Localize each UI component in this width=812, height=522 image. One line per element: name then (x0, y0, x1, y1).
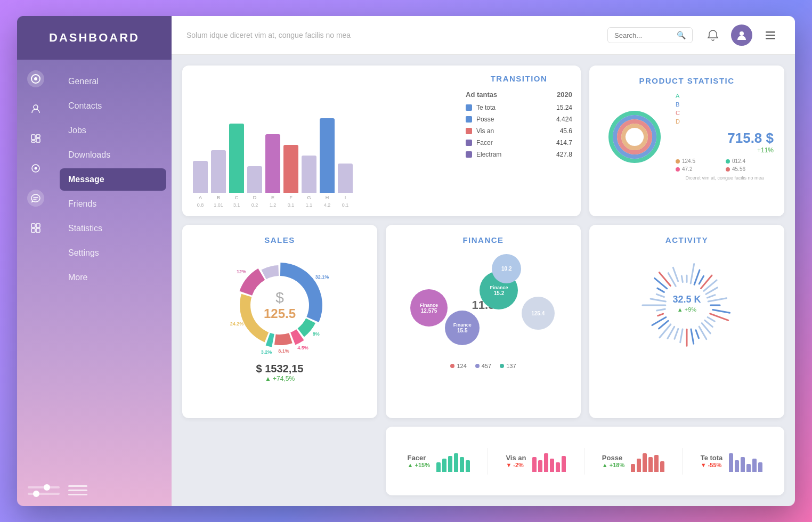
mini-stat-change-2: ▲ +18% (602, 462, 624, 468)
transition-title: TRANSITION (466, 74, 572, 83)
finance-legend-item-2: 137 (500, 363, 516, 369)
mini-stat-0: Facer▲ +15% (408, 451, 470, 472)
sidebar-icon-friends[interactable] (27, 219, 44, 236)
sidebar-icon-message[interactable] (27, 190, 44, 207)
mini-bar-0-4 (460, 457, 464, 472)
activity-change: ▲ +9% (677, 306, 696, 313)
bar-chart: ABCDEFGHI (191, 115, 455, 200)
activity-spoke-10 (713, 310, 730, 313)
notification-icon[interactable] (703, 26, 722, 45)
mini-bar-1-2 (544, 453, 548, 472)
top-bar-icons (703, 25, 780, 46)
activity-title: ACTIVITY (600, 235, 774, 244)
sales-change: ▲ +74,5% (193, 375, 367, 382)
menu-icon[interactable] (761, 26, 780, 45)
search-box[interactable]: 🔍 (607, 27, 693, 43)
nav-item-contacts[interactable]: Contacts (60, 95, 166, 117)
bar-g (302, 156, 316, 193)
nav-item-more[interactable]: More (60, 266, 166, 289)
svg-rect-3 (31, 135, 35, 140)
mini-stat-change-0: ▲ +15% (408, 462, 430, 468)
sales-total: $ 1532,15 ▲ +74,5% (193, 363, 367, 382)
nav-item-friends[interactable]: Friends (60, 193, 166, 215)
transition-legend-items: Te tota 15.24 Posse 4.424 Vis an 45.6 Fa… (466, 104, 572, 158)
bar-x-label-h: 4.2 (320, 202, 335, 208)
activity-spoke-12 (708, 317, 714, 322)
finance-card: FINANCE 11.5Finance12.575Finance15.2Fina… (386, 225, 581, 418)
nav-item-jobs[interactable]: Jobs (60, 119, 166, 142)
mini-stat-1: Vis an▼ -2% (506, 451, 566, 472)
bar-x-label-g: 1.1 (302, 202, 316, 208)
mini-stat-label-2: Posse (602, 454, 624, 462)
nav-item-settings[interactable]: Settings (60, 242, 166, 264)
sidebar-icon-general[interactable] (27, 70, 44, 87)
svg-point-2 (34, 105, 38, 109)
product-inner: A B C D 715.8 $ +11% 124.5012.447.245.56… (600, 93, 774, 181)
sidebar-content: General Contacts Jobs Downloads Message … (17, 60, 172, 475)
search-input[interactable] (614, 31, 672, 39)
mini-bar-2-3 (648, 457, 653, 472)
sales-title: SALES (193, 235, 367, 244)
bar-x-label-i: 0.1 (338, 202, 353, 208)
nav-item-message[interactable]: Message (60, 168, 166, 191)
product-statistic-card: PRODUCT STATISTIC A B C (589, 66, 784, 216)
activity-spoke-19 (680, 329, 683, 342)
svg-rect-15 (766, 35, 775, 36)
legend-col-1: Ad tantas (466, 91, 497, 99)
slider-thumb-1[interactable] (44, 484, 50, 491)
sidebar-icon-downloads[interactable] (27, 160, 44, 177)
legend-item-0: Te tota 15.24 (466, 104, 572, 111)
dollar-icon: $ (275, 289, 284, 306)
mini-stat-3: Te tota▼ -55% (701, 451, 763, 472)
donut-label-1: 8% (313, 331, 320, 337)
prod-label-b: B (676, 101, 774, 108)
slider-track-1[interactable] (28, 486, 60, 488)
mini-bar-2-2 (643, 453, 647, 472)
bar-c (229, 124, 244, 193)
bar-chart-area: ABCDEFGHI 0.81.013.10.21.20.11.14.20.1 (191, 74, 455, 208)
mini-bar-3-2 (741, 457, 745, 472)
prod-label-c: C (676, 110, 774, 116)
svg-rect-11 (31, 229, 35, 232)
sidebar-icon-contacts[interactable] (27, 100, 44, 117)
svg-rect-14 (766, 31, 775, 33)
slider-thumb-2[interactable] (33, 491, 39, 497)
sidebar-header: DASHBOARD (17, 16, 172, 60)
prod-grid-item-0: 124.5 (676, 158, 724, 164)
activity-spoke-23 (659, 321, 669, 329)
svg-rect-5 (36, 138, 40, 142)
prod-label-d: D (676, 118, 774, 125)
mini-stat-change-1: ▼ -2% (506, 462, 526, 468)
activity-spoke-16 (696, 330, 699, 338)
mini-divider-1 (488, 448, 488, 475)
activity-spoke-2 (694, 270, 700, 284)
bar-f (283, 145, 298, 193)
bar-b (211, 150, 226, 193)
bar-x-label-e: 1.2 (265, 202, 280, 208)
slider-track-2[interactable] (28, 493, 60, 495)
nav-item-statistics[interactable]: Statistics (60, 217, 166, 240)
mini-stat-change-3: ▼ -55% (701, 462, 723, 468)
user-avatar[interactable] (731, 25, 752, 46)
nav-item-downloads[interactable]: Downloads (60, 144, 166, 166)
activity-card: ACTIVITY 32.5 K▲ +9% (589, 225, 784, 418)
svg-rect-10 (36, 224, 40, 227)
sidebar-icon-jobs[interactable] (27, 130, 44, 147)
donut-value: 125.5 (264, 306, 296, 321)
activity-svg: 32.5 K▲ +9% (634, 252, 740, 358)
nav-item-general[interactable]: General (60, 70, 166, 93)
activity-spoke-7 (707, 295, 715, 298)
sidebar-nav: General Contacts Jobs Downloads Message … (54, 60, 172, 475)
sidebar: DASHBOARD (17, 16, 172, 506)
bubble-4: 125.4 (522, 297, 555, 330)
mini-bar-2-5 (660, 461, 664, 472)
mini-bar-3-3 (746, 464, 751, 472)
mini-bar-0-3 (454, 453, 458, 472)
hamburger-menu[interactable] (68, 485, 87, 495)
donut-label-0: 32.1% (315, 274, 329, 280)
bubble-chart: 11.5Finance12.575Finance15.2Finance15.51… (396, 252, 570, 358)
mini-bar-2-1 (637, 459, 641, 472)
donut-center: $ 125.5 (264, 289, 296, 321)
activity-center-value: 32.5 K (672, 294, 701, 305)
finance-title: FINANCE (396, 235, 570, 244)
